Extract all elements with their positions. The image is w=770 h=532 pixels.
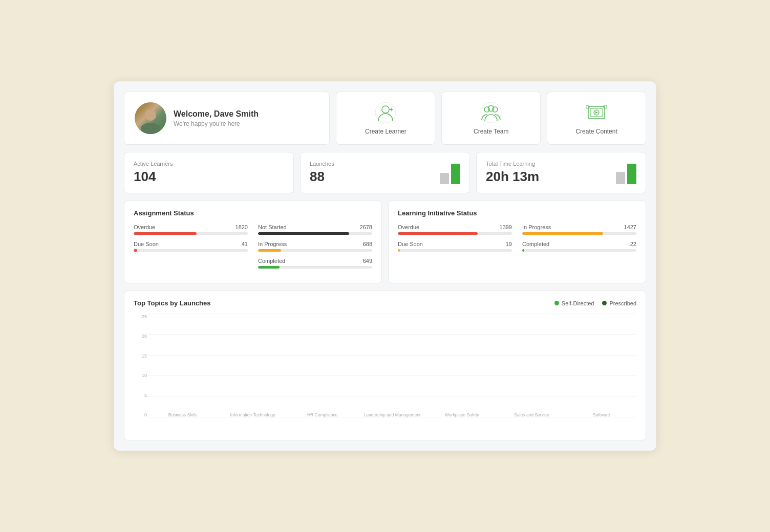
total-time-card: Total Time Learning 20h 13m <box>476 152 646 193</box>
svg-point-0 <box>382 106 389 113</box>
initiative-due-soon: Due Soon 19 <box>398 241 512 252</box>
self-directed-label: Self-Directed <box>562 300 594 306</box>
bar-group-safety: Workplace Safety <box>427 410 497 417</box>
chart-title: Top Topics by Launches <box>134 299 210 307</box>
initiative-in-progress-bar <box>522 232 636 235</box>
launches-bar-2 <box>451 164 460 184</box>
initiative-completed: Completed 22 <box>522 241 636 252</box>
launches-card: Launches 88 <box>300 152 470 193</box>
avatar <box>135 102 166 134</box>
content-icon <box>585 101 608 124</box>
legend-prescribed: Prescribed <box>602 300 636 306</box>
y-5: 5 <box>134 393 147 398</box>
launches-bar-1 <box>440 173 449 184</box>
assignment-completed: Completed 649 <box>258 258 372 269</box>
top-row: Welcome, Dave Smith We're happy you're h… <box>124 92 646 145</box>
launches-label: Launches <box>310 161 334 167</box>
assignment-due-soon: Due Soon 41 <box>134 241 248 252</box>
it-label: Information Technology <box>230 412 275 417</box>
self-directed-dot <box>554 301 559 305</box>
y-10: 10 <box>134 373 147 378</box>
learner-icon <box>374 101 397 124</box>
chart-legend: Self-Directed Prescribed <box>554 300 636 306</box>
svg-marker-11 <box>595 112 598 114</box>
total-time-label: Total Time Learning <box>486 161 539 167</box>
sales-label: Sales and Service <box>514 412 549 417</box>
bar-chart-container: 0 5 10 15 20 25 <box>134 314 636 432</box>
due-soon-bar <box>134 249 248 252</box>
prescribed-dot <box>602 301 607 305</box>
bars-row: Business Skills Information Technology <box>148 314 636 417</box>
create-team-card[interactable]: Create Team <box>441 92 541 145</box>
learning-initiative-status-card: Learning Initiative Status Overdue 1399 <box>388 201 646 283</box>
assignment-overdue: Overdue 1820 <box>134 224 248 235</box>
bar-group-software: Software <box>567 410 636 417</box>
overdue-bar <box>134 232 248 235</box>
bs-label: Business Skills <box>168 412 198 417</box>
create-team-label: Create Team <box>474 128 508 135</box>
total-time-bar-2 <box>627 164 636 184</box>
create-content-label: Create Content <box>575 128 617 135</box>
total-time-value: 20h 13m <box>486 169 539 185</box>
y-axis: 0 5 10 15 20 25 <box>134 314 147 417</box>
assignment-status-title: Assignment Status <box>134 209 372 217</box>
assignment-status-card: Assignment Status Overdue 1820 <box>124 201 382 283</box>
create-content-card[interactable]: Create Content <box>547 92 646 145</box>
stats-row: Active Learners 104 Launches 88 Total Ti… <box>124 152 646 193</box>
welcome-text: Welcome, Dave Smith We're happy you're h… <box>174 109 259 127</box>
initiative-completed-bar <box>522 249 636 252</box>
y-25: 25 <box>134 314 147 319</box>
bar-group-leadership: Leadership and Management <box>357 410 427 417</box>
bar-group-business-skills: Business Skills <box>148 410 218 417</box>
launches-chart <box>440 164 460 184</box>
safety-label: Workplace Safety <box>445 412 479 417</box>
bar-group-it: Information Technology <box>218 410 287 417</box>
welcome-greeting: Welcome, Dave Smith <box>174 109 259 119</box>
initiative-overdue-bar <box>398 232 512 235</box>
initiative-overdue: Overdue 1399 <box>398 224 512 235</box>
initiative-due-soon-bar <box>398 249 512 252</box>
launches-value: 88 <box>310 169 334 185</box>
create-learner-label: Create Learner <box>365 128 407 135</box>
assignment-not-started: Not Started 2678 <box>258 224 372 235</box>
active-learners-card: Active Learners 104 <box>124 152 294 193</box>
learning-initiative-title: Learning Initiative Status <box>398 209 636 217</box>
create-learner-card[interactable]: Create Learner <box>336 92 435 145</box>
y-20: 20 <box>134 334 147 339</box>
lead-label: Leadership and Management <box>364 412 421 417</box>
legend-self-directed: Self-Directed <box>554 300 594 306</box>
completed-bar <box>258 266 372 269</box>
active-learners-value: 104 <box>134 169 284 185</box>
middle-row: Assignment Status Overdue 1820 <box>124 201 646 283</box>
not-started-bar <box>258 232 372 235</box>
bar-group-sales: Sales and Service <box>497 410 566 417</box>
hr-label: HR Compliance <box>307 412 338 417</box>
chart-header: Top Topics by Launches Self-Directed Pre… <box>134 299 636 307</box>
welcome-card: Welcome, Dave Smith We're happy you're h… <box>124 92 330 145</box>
svg-point-1 <box>375 102 396 123</box>
initiative-in-progress: In Progress 1427 <box>522 224 636 235</box>
sw-label: Software <box>593 412 610 417</box>
chart-area: Business Skills Information Technology <box>148 314 636 417</box>
assignment-in-progress: In Progress 688 <box>258 241 372 252</box>
bar-group-hr: HR Compliance <box>288 410 357 417</box>
active-learners-label: Active Learners <box>134 161 284 167</box>
y-15: 15 <box>134 353 147 359</box>
prescribed-label: Prescribed <box>609 300 636 306</box>
total-time-chart <box>616 164 636 184</box>
top-topics-card: Top Topics by Launches Self-Directed Pre… <box>124 291 646 440</box>
dashboard: Welcome, Dave Smith We're happy you're h… <box>114 81 656 451</box>
team-icon <box>480 101 502 124</box>
welcome-subtitle: We're happy you're here <box>174 120 259 127</box>
in-progress-bar <box>258 249 372 252</box>
y-0: 0 <box>134 412 147 417</box>
total-time-bar-1 <box>616 172 625 184</box>
